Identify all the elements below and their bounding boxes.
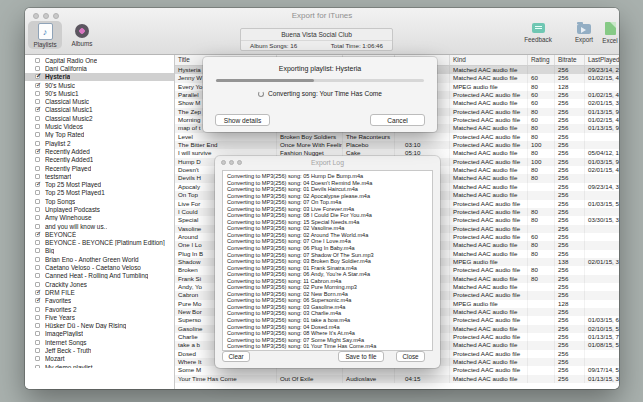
playlist-checkbox[interactable]: ✓ xyxy=(35,273,40,278)
playlist-checkbox[interactable]: ✓ xyxy=(35,282,40,287)
playlist-checkbox[interactable]: ✓ xyxy=(35,116,40,121)
column-header-lastplayed[interactable]: LastPlayed Date xyxy=(585,55,619,65)
playlist-checkbox[interactable]: ✓ xyxy=(35,199,40,204)
table-row[interactable]: Level Broken Boy Soldiers The Raconteurs… xyxy=(175,133,619,141)
playlist-checkbox[interactable]: ✓ xyxy=(35,149,40,154)
playlist-checkbox[interactable]: ✓ xyxy=(35,240,40,245)
playlist-checkbox[interactable]: ✓ xyxy=(35,74,40,79)
column-header-kind[interactable]: Kind xyxy=(450,55,528,65)
cell-lastplayed xyxy=(585,350,619,358)
playlists-button[interactable]: ♪ Playlists xyxy=(28,21,62,49)
playlist-item[interactable]: ✓ BEYONCÉ - BEYONCÉ [Platinum Edition] xyxy=(25,239,174,247)
playlist-item[interactable]: ✓ Hysteria xyxy=(25,73,174,81)
playlist-checkbox[interactable]: ✓ xyxy=(35,174,40,179)
column-header-rating[interactable]: Rating xyxy=(528,55,555,65)
excel-button[interactable]: Excel xyxy=(589,22,631,45)
playlist-item[interactable]: ✓ Playlist 2 xyxy=(25,139,174,147)
albums-button[interactable]: Albums xyxy=(65,21,99,48)
playlist-checkbox[interactable]: ✓ xyxy=(35,307,40,312)
playlist-checkbox[interactable]: ✓ xyxy=(35,248,40,253)
playlist-item[interactable]: ✓ Recently Played xyxy=(25,164,174,172)
show-details-button[interactable]: Show details xyxy=(215,114,270,126)
close-button[interactable]: Close xyxy=(396,351,425,362)
playlist-checkbox[interactable]: ✓ xyxy=(35,340,40,345)
playlist-checkbox[interactable]: ✓ xyxy=(35,290,40,295)
playlist-item[interactable]: ✓ Recently Added1 xyxy=(25,156,174,164)
playlist-item[interactable]: ✓ Top Songs xyxy=(25,197,174,205)
playlist-checkbox[interactable]: ✓ xyxy=(35,66,40,71)
playlist-checkbox[interactable]: ✓ xyxy=(35,232,40,237)
playlist-item[interactable]: ✓ Brian Eno - Another Green World xyxy=(25,255,174,263)
playlist-checkbox[interactable]: ✓ xyxy=(35,182,40,187)
playlist-checkbox[interactable]: ✓ xyxy=(35,157,40,162)
playlist-item[interactable]: ✓ Favorites 2 xyxy=(25,305,174,313)
playlist-checkbox[interactable]: ✓ xyxy=(35,348,40,353)
playlist-checkbox[interactable]: ✓ xyxy=(35,132,40,137)
window-title: Export for iTunes xyxy=(25,11,619,20)
playlist-item[interactable]: ✓ My Top Rated xyxy=(25,131,174,139)
playlist-checkbox[interactable]: ✓ xyxy=(35,91,40,96)
playlist-item[interactable]: ✓ Mozart xyxy=(25,355,174,363)
playlist-checkbox[interactable]: ✓ xyxy=(35,257,40,262)
playlist-item[interactable]: ✓ Hüsker Dü - New Day Rising xyxy=(25,322,174,330)
playlist-checkbox[interactable]: ✓ xyxy=(35,224,40,229)
playlist-item[interactable]: ✓ and you will know us.. xyxy=(25,222,174,230)
playlist-checkbox[interactable]: ✓ xyxy=(35,190,40,195)
playlist-item[interactable]: ✓ Capital Radio One xyxy=(25,56,174,64)
playlist-item[interactable]: ✓ ImagePlaylist xyxy=(25,330,174,338)
playlist-item[interactable]: ✓ BEYONCÉ xyxy=(25,230,174,238)
playlist-checkbox[interactable]: ✓ xyxy=(35,265,40,270)
playlist-checkbox[interactable]: ✓ xyxy=(35,356,40,361)
log-output[interactable]: Converting to MP3(256) song: 05 Hump De … xyxy=(222,170,433,351)
table-row[interactable]: The Bitter End Once More With Feelin... … xyxy=(175,141,619,149)
playlist-checkbox[interactable]: ✓ xyxy=(35,323,40,328)
playlist-item[interactable]: ✓ Dani California xyxy=(25,64,174,72)
playlist-checkbox[interactable]: ✓ xyxy=(35,107,40,112)
playlist-item[interactable]: ✓ Internet Songs xyxy=(25,338,174,346)
playlist-item[interactable]: ✓ Caetano Veloso - Caetano Veloso xyxy=(25,263,174,271)
playlist-item[interactable]: ✓ DRM FILE xyxy=(25,288,174,296)
save-to-file-button[interactable]: Save to file xyxy=(338,351,384,362)
playlist-item[interactable]: ✓ Classical Music1 xyxy=(25,106,174,114)
playlist-item[interactable]: ✓ Jeff Beck - Truth xyxy=(25,346,174,354)
playlist-item[interactable]: ✓ 90's Music1 xyxy=(25,89,174,97)
clear-button[interactable]: Clear xyxy=(222,351,250,362)
playlist-checkbox[interactable]: ✓ xyxy=(35,207,40,212)
table-row[interactable]: Your Time Has Come Out Of Exile Audiosla… xyxy=(175,375,619,383)
playlist-item[interactable]: ✓ Five Years xyxy=(25,313,174,321)
playlist-item[interactable]: ✓ Canned Heat - Rolling And Tumbling xyxy=(25,272,174,280)
playlist-item[interactable]: ✓ Music Videos xyxy=(25,122,174,130)
playlist-checkbox[interactable]: ✓ xyxy=(35,298,40,303)
playlist-item[interactable]: ✓ Recently Added xyxy=(25,147,174,155)
feedback-button[interactable]: Feedback xyxy=(517,22,559,44)
playlist-checkbox[interactable]: ✓ xyxy=(35,141,40,146)
playlist-checkbox[interactable]: ✓ xyxy=(35,215,40,220)
playlist-item[interactable]: ✓ Unplayed Podcasts xyxy=(25,205,174,213)
playlist-checkbox[interactable]: ✓ xyxy=(35,58,40,63)
playlist-checkbox[interactable]: ✓ xyxy=(35,331,40,336)
playlist-checkbox[interactable]: ✓ xyxy=(35,124,40,129)
playlist-checkbox[interactable]: ✓ xyxy=(35,99,40,104)
playlist-item[interactable]: ✓ Crackity Jones xyxy=(25,280,174,288)
log-close-icon[interactable] xyxy=(221,160,226,165)
playlist-item[interactable]: ✓ Classical Music xyxy=(25,97,174,105)
playlist-checkbox[interactable]: ✓ xyxy=(35,166,40,171)
playlist-item[interactable]: ✓ Classical Music2 xyxy=(25,114,174,122)
playlist-item[interactable]: ✓ Top 25 Most Played xyxy=(25,180,174,188)
playlist-item[interactable]: ✓ Amy Winehouse xyxy=(25,214,174,222)
playlist-checkbox[interactable]: ✓ xyxy=(35,315,40,320)
column-header-bitrate[interactable]: Bitrate xyxy=(555,55,585,65)
cell-bitrate: 256 xyxy=(555,141,585,149)
playlist-item[interactable]: ✓ testsmart xyxy=(25,172,174,180)
playlist-item[interactable]: ✓ Favorites xyxy=(25,297,174,305)
playlist-item[interactable]: ✓ My demo playlist xyxy=(25,363,174,368)
playlist-checkbox[interactable]: ✓ xyxy=(35,83,40,88)
playlist-item[interactable]: ✓ Big xyxy=(25,247,174,255)
playlist-checkbox[interactable]: ✓ xyxy=(35,365,40,368)
log-minimize-icon[interactable] xyxy=(229,160,234,165)
playlist-item[interactable]: ✓ Top 25 Most Played1 xyxy=(25,189,174,197)
playlist-item[interactable]: ✓ 90's Music xyxy=(25,81,174,89)
cell-time xyxy=(395,133,450,141)
cancel-button[interactable]: Cancel xyxy=(370,114,425,126)
log-zoom-icon[interactable] xyxy=(237,160,242,165)
